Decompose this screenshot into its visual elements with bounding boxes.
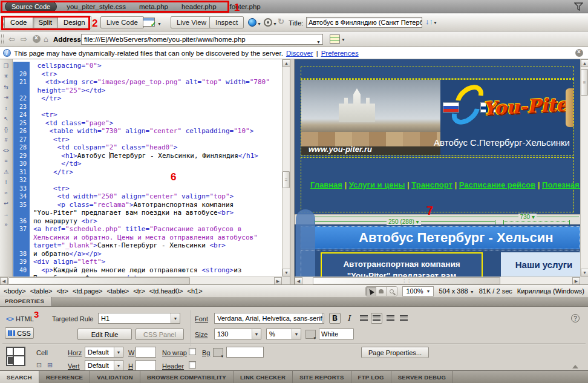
code-line[interactable]: 33 <tr> — [13, 185, 282, 193]
home-icon[interactable]: ⌂ — [44, 34, 48, 44]
stop-icon[interactable] — [33, 35, 41, 43]
design-canvas[interactable]: You-Piter Автобус С.Петербург-Хельсинки … — [295, 59, 580, 277]
live-view-button[interactable]: Live View — [171, 16, 212, 28]
h-input[interactable] — [136, 360, 156, 371]
code-line[interactable]: 25 <td class="page"> — [13, 119, 282, 128]
title-input[interactable]: Автобус в Финляндию (Санкт Петербург - Х… — [306, 17, 422, 28]
close-info-bar-icon[interactable] — [575, 49, 583, 57]
select-tool-icon[interactable] — [366, 287, 376, 296]
targeted-rule-select[interactable]: H1▼ — [98, 313, 180, 324]
code-line[interactable]: 26 <table width="730" align="center" cel… — [13, 127, 282, 136]
source-code-button[interactable]: Source Code — [5, 1, 57, 12]
inspect-button[interactable]: Inspect — [209, 16, 244, 28]
scroll-down-icon[interactable]: ▼ — [581, 269, 588, 277]
code-line[interactable]: 40 <p>Каждый день многие люди отправляют… — [13, 266, 282, 275]
code-line[interactable]: 32 — [13, 176, 282, 185]
size-unit-select[interactable]: %▼ — [266, 329, 301, 339]
preferences-link[interactable]: Preferences — [321, 50, 359, 57]
view-button-code[interactable]: Code — [4, 16, 33, 28]
code-line[interactable]: 20 <tr> — [13, 70, 282, 79]
magnification-select[interactable]: 100%▼ — [402, 286, 434, 296]
results-tab-ftp-log[interactable]: FTP LOG — [351, 371, 391, 383]
design-vscroll-thumb[interactable]: ≡ — [581, 69, 588, 96]
tag-selector-item[interactable]: <tr> — [133, 287, 145, 295]
results-tab-reference[interactable]: REFERENCE — [39, 371, 90, 383]
code-line[interactable]: height="25"></td> — [13, 87, 282, 95]
code-line[interactable]: 38и обратно</a></p> — [13, 250, 282, 258]
font-color-input[interactable]: White — [319, 329, 354, 339]
results-tab-search[interactable]: SEARCH — [0, 371, 39, 383]
code-line[interactable]: target="_blank">Санкт-Петербург - Хельси… — [13, 241, 282, 250]
visual-aids-dropdown-icon[interactable]: ▼ — [273, 22, 277, 26]
inner-column-width-line[interactable]: 250 (288) ▾ — [314, 221, 495, 222]
scroll-up-icon[interactable]: ▲ — [581, 59, 588, 67]
code-line[interactable]: 36по маршруту <br> — [13, 217, 282, 226]
nav-link-полезная-информация[interactable]: Полезная информация — [542, 180, 580, 189]
results-tab-browser-compatibility[interactable]: BROWSER COMPATIBILITY — [140, 371, 234, 383]
code-line[interactable]: 37<a href="schedule.php" title="Расписан… — [13, 225, 282, 234]
code-line[interactable]: "You-Piter" предлагает вам поездки на ав… — [13, 209, 282, 217]
expand-all-icon[interactable]: ↕ — [1, 103, 11, 113]
collapse-selection-icon[interactable]: ⇥ — [1, 93, 11, 102]
collapse-panel-icon[interactable]: » — [1, 220, 11, 229]
tag-selector-item[interactable]: <table> — [30, 287, 53, 295]
css-panel-button[interactable]: CSS Panel — [136, 329, 184, 340]
font-select[interactable]: Verdana, Arial, Helvetica, sans-serif▼ — [214, 313, 324, 324]
italic-button[interactable]: I — [343, 313, 354, 324]
merge-cells-icon[interactable]: ⊡ — [36, 361, 42, 369]
view-options-dropdown-icon[interactable]: ▼ — [341, 38, 345, 42]
recent-snippets-icon[interactable]: ↩ — [1, 199, 11, 208]
remove-comment-icon[interactable]: ! — [1, 178, 11, 187]
html-mode-button[interactable]: <> HTML — [6, 315, 34, 322]
code-line[interactable]: 21 <td><img src="images/page_top.png" al… — [13, 78, 282, 87]
align-center-icon[interactable] — [371, 313, 382, 324]
results-tab-site-reports[interactable]: SITE REPORTS — [293, 371, 351, 383]
results-tab-validation[interactable]: VALIDATION — [90, 371, 140, 383]
nav-menu-cell[interactable]: Главная | Услуги и цены | Транспорт | Ра… — [301, 157, 574, 212]
preview-in-browser-icon[interactable] — [248, 18, 256, 27]
address-bar-grip[interactable] — [1, 34, 4, 44]
code-vscroll-thumb[interactable]: ≡ — [283, 171, 290, 188]
code-view-pane[interactable]: ❐✳⇆⇥↕↖{}#<>≡⚠!≈↩→» cellspacing="0">20 <t… — [0, 59, 290, 284]
code-line[interactable]: 28 <td colspan="2" class="head0"> — [13, 143, 282, 152]
address-dropdown-icon[interactable]: ▼ — [316, 38, 321, 47]
code-line[interactable]: cellspacing="0"> — [13, 62, 282, 70]
properties-tab[interactable]: PROPERTIES — [0, 297, 52, 306]
nav-link-главная[interactable]: Главная — [310, 180, 342, 189]
nav-link-транспорт[interactable]: Транспорт — [411, 180, 452, 189]
view-button-split[interactable]: Split — [33, 16, 58, 28]
toolbar-grip[interactable] — [1, 16, 4, 28]
refresh-icon[interactable]: ↻ — [278, 17, 284, 26]
globe-dropdown-icon[interactable]: ▼ — [257, 22, 261, 26]
results-tab-link-checker[interactable]: LINK CHECKER — [234, 371, 293, 383]
code-editor[interactable]: cellspacing="0">20 <tr>21 <td><img src="… — [13, 59, 282, 277]
check-page-dropdown-icon[interactable]: ▼ — [157, 22, 162, 26]
code-line[interactable]: Хельсинки и обратно. Цены и места отправ… — [13, 234, 282, 242]
syntax-error-alerts-icon[interactable]: ≡ — [1, 157, 11, 166]
page-properties-button[interactable]: Page Properties... — [361, 347, 429, 358]
design-vertical-scrollbar[interactable]: ▲ ≡ ▼ — [580, 59, 588, 277]
code-line[interactable]: 34 <td width="250" align="center" valign… — [13, 192, 282, 201]
related-file-meta-php[interactable]: meta.php — [139, 3, 168, 10]
code-line[interactable]: 35 <p class="reclama">Автотранспортная к… — [13, 201, 282, 209]
page-heading-banner[interactable]: Автобус Петербург - Хельсин — [301, 226, 580, 249]
design-horizontal-scrollbar[interactable]: ◀ ⋮⋮ ▶ — [295, 277, 580, 284]
horz-select[interactable]: Default▼ — [85, 347, 123, 358]
help-icon[interactable]: ? — [571, 314, 580, 322]
select-parent-tag-icon[interactable]: ↖ — [1, 114, 11, 123]
bg-color-swatch[interactable] — [213, 348, 223, 357]
nav-link-услуги-и-цены[interactable]: Услуги и цены — [349, 180, 405, 189]
outer-table-width-line[interactable]: 730 ▾ — [314, 217, 579, 217]
code-hscroll-thumb[interactable] — [8, 277, 190, 284]
services-box[interactable]: Наши услуги — [501, 252, 580, 277]
zoom-tool-icon[interactable] — [387, 287, 397, 296]
discover-link[interactable]: Discover — [286, 50, 313, 57]
table-width-bar[interactable]: 730 ▾ 250 (288) ▾ — [295, 214, 580, 224]
code-vertical-scrollbar[interactable]: ▲ ≡ ▼ — [282, 59, 290, 277]
results-tab-server-debug[interactable]: SERVER DEBUG — [391, 371, 453, 383]
tag-selector-item[interactable]: <body> — [4, 287, 26, 295]
code-horizontal-scrollbar[interactable]: ◀ ▶ — [0, 277, 282, 284]
wrap-tag-icon[interactable]: ≈ — [1, 188, 11, 197]
balance-braces-icon[interactable]: {} — [1, 125, 11, 134]
vert-select[interactable]: Default▼ — [85, 360, 123, 371]
